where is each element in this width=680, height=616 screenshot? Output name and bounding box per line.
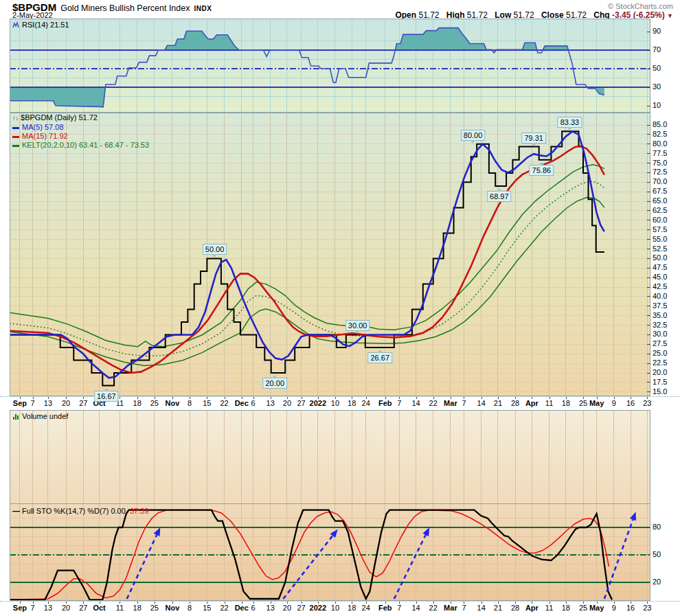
price-ytick-20.0: 20.0 [653,368,667,376]
price-plot [10,113,650,396]
price-ytick-62.5: 62.5 [653,206,667,214]
x-tick-22: 22 [220,399,228,407]
x-tick-11: 11 [545,604,553,612]
price-ytick-30.0: 30.0 [653,330,667,338]
x-tick-May: May [589,604,604,612]
annotation-16.67: 16.67 [94,391,119,402]
price-ytick-45.0: 45.0 [653,273,667,281]
x-tick-28: 28 [511,399,519,407]
x-tick-10: 10 [331,399,339,407]
x-tick-14: 14 [477,399,486,407]
x-tick-21: 21 [494,604,502,612]
annotation-80.00: 80.00 [461,130,486,141]
price-ytick-65.0: 65.0 [653,196,667,205]
price-ytick-27.5: 27.5 [653,339,667,347]
x-tick-14: 14 [411,604,420,612]
x-tick-7: 7 [31,604,35,612]
rsi-label: RSI(14) 21.51 [12,21,69,29]
x-tick-May: May [589,399,604,407]
ma5-line-icon [12,127,19,129]
x-tick-18: 18 [348,604,356,612]
updown-arrows-icon: ↑↓ [12,115,19,122]
volume-bars-icon [12,413,20,420]
annotation-68.97: 68.97 [487,191,512,202]
price-ytick-22.5: 22.5 [653,358,667,367]
annotation-79.31: 79.31 [521,133,546,144]
x-tick-8: 8 [188,399,192,407]
x-tick-9: 9 [612,399,616,407]
x-tick-14: 14 [477,604,486,612]
price-ytick-32.5: 32.5 [653,321,667,329]
sto-label: — Full STO %K(14,7) %D(7) 0.00, 37.39 [12,507,149,515]
price-ytick-55.0: 55.0 [653,235,667,243]
x-tick-24: 24 [362,604,370,612]
rsi-ytick-30: 30 [653,82,661,91]
price-ytick-35.0: 35.0 [653,311,667,319]
stockcharts-chart: $BPGDMGold Miners Bullish Percent IndexI… [0,0,680,616]
x-tick-7: 7 [397,399,401,407]
x-tick-Feb: Feb [378,399,392,407]
volume-sto-plot [10,410,650,601]
kelt-line-icon [12,145,19,147]
x-tick-Nov: Nov [166,399,180,407]
x-tick-9: 9 [612,604,616,612]
x-tick-11: 11 [116,604,124,612]
x-tick-6: 6 [251,604,255,612]
x-tick-Mar: Mar [444,399,457,407]
annotation-50.00: 50.00 [203,244,227,255]
x-tick-7: 7 [397,604,401,612]
annotation-20.00: 20.00 [262,378,287,389]
sto-line-icon: — [12,507,20,515]
rsi-zigzag-icon [12,21,20,29]
x-tick-18: 18 [133,399,141,407]
x-axis-bottom: Sep7132027Oct111825Nov81522Dec6132027202… [0,601,680,616]
price-ytick-60.0: 60.0 [653,216,667,224]
price-ytick-17.5: 17.5 [653,378,667,386]
legend-kelt: KELT(20,2.0,10) 63.41 - 68.47 - 73.53 [12,141,149,149]
x-tick-13: 13 [44,604,52,612]
ma15-line-icon [12,136,19,138]
x-tick-21: 21 [494,399,502,407]
x-tick-18: 18 [348,399,356,407]
price-ytick-82.5: 82.5 [653,130,667,138]
x-tick-25: 25 [150,604,159,612]
legend-ma15: MA(15) 71.92 [12,132,68,140]
x-tick-18: 18 [562,399,570,407]
x-tick-Nov: Nov [166,604,180,612]
annotation-75.86: 75.86 [530,165,554,176]
price-ytick-47.5: 47.5 [653,263,667,271]
x-tick-10: 10 [331,604,339,612]
x-tick-Mar: Mar [444,604,457,612]
x-tick-20: 20 [283,399,291,407]
price-ytick-37.5: 37.5 [653,301,667,310]
exchange: INDX [194,5,212,12]
header-title-row: $BPGDMGold Miners Bullish Percent IndexI… [12,1,212,12]
annotation-83.33: 83.33 [558,117,582,128]
x-tick-14: 14 [411,399,420,407]
volume-sto-panel [10,410,650,601]
rsi-plot [10,19,650,113]
x-tick-11: 11 [545,399,553,407]
price-ytick-80.0: 80.0 [653,139,667,148]
x-tick-7: 7 [31,399,35,407]
rsi-ytick-10: 10 [653,101,661,109]
price-ytick-85.0: 85.0 [653,120,667,128]
annotation-26.67: 26.67 [368,352,393,363]
price-ytick-40.0: 40.0 [653,292,667,300]
x-tick-2022: 2022 [310,399,326,407]
price-ytick-70.0: 70.0 [653,177,667,185]
x-tick-7: 7 [462,399,466,407]
copyright: © StockCharts.com [608,2,673,10]
volume-label: Volume undef [12,412,68,420]
price-ytick-77.5: 77.5 [653,149,667,157]
chg-down-triangle-icon: ▼ [667,12,673,19]
x-tick-18: 18 [562,604,570,612]
x-tick-18: 18 [133,604,141,612]
price-ytick-75.0: 75.0 [653,159,667,167]
x-tick-15: 15 [203,604,211,612]
x-tick-Sep: Sep [13,399,27,407]
x-tick-Feb: Feb [378,604,392,612]
price-ytick-50.0: 50.0 [653,253,667,262]
price-ytick-42.5: 42.5 [653,282,667,290]
x-tick-27: 27 [79,399,87,407]
